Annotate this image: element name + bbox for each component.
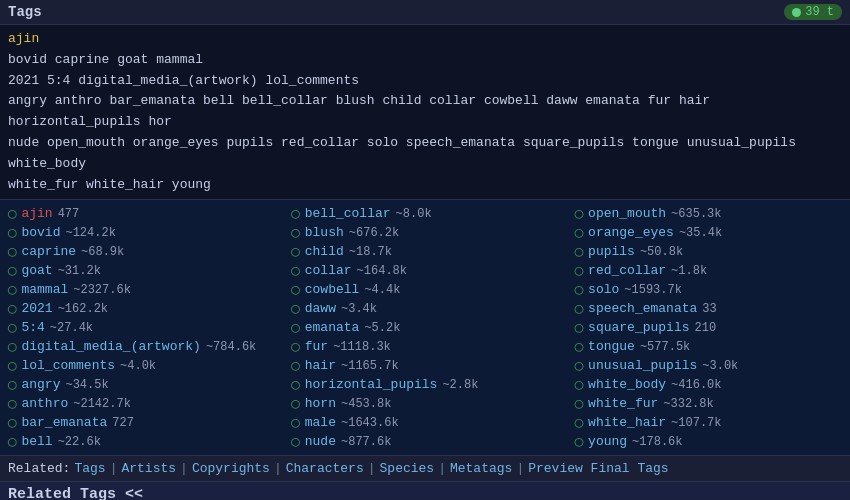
tag-count: ~3.0k [702, 359, 738, 373]
tag-item: ◯ cowbell ~4.4k [283, 280, 566, 299]
check-icon: ◯ [575, 414, 583, 431]
tag-item: ◯ blush ~676.2k [283, 223, 566, 242]
tag-count: ~18.7k [349, 245, 392, 259]
tag-name[interactable]: white_hair [588, 415, 666, 430]
tag-text-row3: 2021 5:4 digital_media_(artwork) lol_com… [8, 73, 359, 88]
tag-name[interactable]: emanata [305, 320, 360, 335]
tag-name[interactable]: fur [305, 339, 328, 354]
tag-name[interactable]: solo [588, 282, 619, 297]
related-link-characters[interactable]: Characters [286, 461, 364, 476]
tag-count: ~332.8k [663, 397, 713, 411]
tag-list-text-area: ajin bovid caprine goat mammal 2021 5:4 … [0, 25, 850, 200]
tag-name[interactable]: bell [21, 434, 52, 449]
tag-name[interactable]: daww [305, 301, 336, 316]
tag-name[interactable]: collar [305, 263, 352, 278]
tag-item: ◯ white_hair ~107.7k [567, 413, 850, 432]
tag-name[interactable]: nude [305, 434, 336, 449]
check-icon: ◯ [575, 224, 583, 241]
tag-count: ~162.2k [58, 302, 108, 316]
tag-count: ~164.8k [357, 264, 407, 278]
tag-name[interactable]: speech_emanata [588, 301, 697, 316]
tag-count: 477 [58, 207, 80, 221]
check-icon: ◯ [291, 205, 299, 222]
related-link-tags[interactable]: Tags [74, 461, 105, 476]
check-icon: ◯ [575, 433, 583, 450]
tag-count: ~1.8k [671, 264, 707, 278]
tag-name[interactable]: young [588, 434, 627, 449]
tag-name[interactable]: horizontal_pupils [305, 377, 438, 392]
tag-name[interactable]: male [305, 415, 336, 430]
tag-name[interactable]: horn [305, 396, 336, 411]
tag-item: ◯ red_collar ~1.8k [567, 261, 850, 280]
tag-item: ◯ fur ~1118.3k [283, 337, 566, 356]
check-icon: ◯ [8, 376, 16, 393]
tag-item: ◯ bovid ~124.2k [0, 223, 283, 242]
tag-count: ~635.3k [671, 207, 721, 221]
tag-count: ~416.0k [671, 378, 721, 392]
tag-count: ~2.8k [442, 378, 478, 392]
tag-item: ◯ mammal ~2327.6k [0, 280, 283, 299]
tag-name[interactable]: angry [21, 377, 60, 392]
tag-item: ◯ open_mouth ~635.3k [567, 204, 850, 223]
tag-count: ~2327.6k [73, 283, 131, 297]
tags-header-title: Tags [8, 4, 42, 20]
tag-text-row4: angry anthro bar_emanata bell bell_colla… [8, 93, 710, 129]
tag-name[interactable]: bar_emanata [21, 415, 107, 430]
related-link-artists[interactable]: Artists [121, 461, 176, 476]
check-icon: ◯ [8, 338, 16, 355]
tag-item: ◯ tongue ~577.5k [567, 337, 850, 356]
tag-item: ◯ unusual_pupils ~3.0k [567, 356, 850, 375]
tag-name[interactable]: ajin [21, 206, 52, 221]
tag-name[interactable]: white_body [588, 377, 666, 392]
tag-name[interactable]: hair [305, 358, 336, 373]
tag-name[interactable]: anthro [21, 396, 68, 411]
tag-name[interactable]: cowbell [305, 282, 360, 297]
check-icon: ◯ [8, 357, 16, 374]
tag-count: ~68.9k [81, 245, 124, 259]
check-icon: ◯ [291, 224, 299, 241]
check-icon: ◯ [291, 338, 299, 355]
related-link-species[interactable]: Species [380, 461, 435, 476]
tag-name[interactable]: 5:4 [21, 320, 44, 335]
check-icon: ◯ [575, 243, 583, 260]
tag-name[interactable]: red_collar [588, 263, 666, 278]
tag-name[interactable]: digital_media_(artwork) [21, 339, 200, 354]
check-icon: ◯ [8, 205, 16, 222]
tag-name[interactable]: lol_comments [21, 358, 115, 373]
tag-name[interactable]: pupils [588, 244, 635, 259]
check-icon: ◯ [8, 262, 16, 279]
tag-name[interactable]: open_mouth [588, 206, 666, 221]
tag-name[interactable]: caprine [21, 244, 76, 259]
tag-name[interactable]: bovid [21, 225, 60, 240]
related-link-copyrights[interactable]: Copyrights [192, 461, 270, 476]
tag-count-badge: 39 t [784, 4, 842, 20]
related-link-metatags[interactable]: Metatags [450, 461, 512, 476]
tag-text-ajin[interactable]: ajin [8, 31, 39, 46]
tag-name[interactable]: square_pupils [588, 320, 689, 335]
tag-item: ◯ young ~178.6k [567, 432, 850, 451]
tag-name[interactable]: unusual_pupils [588, 358, 697, 373]
tag-item: ◯ orange_eyes ~35.4k [567, 223, 850, 242]
tag-name[interactable]: 2021 [21, 301, 52, 316]
tag-name[interactable]: mammal [21, 282, 68, 297]
check-icon: ◯ [575, 262, 583, 279]
tag-name[interactable]: orange_eyes [588, 225, 674, 240]
tag-item: ◯ white_fur ~332.8k [567, 394, 850, 413]
tag-count: ~784.6k [206, 340, 256, 354]
tag-name[interactable]: bell_collar [305, 206, 391, 221]
check-icon: ◯ [291, 433, 299, 450]
check-icon: ◯ [8, 319, 16, 336]
tag-item: ◯ daww ~3.4k [283, 299, 566, 318]
tag-item: ◯ 5:4 ~27.4k [0, 318, 283, 337]
tag-count: ~5.2k [364, 321, 400, 335]
related-link-preview[interactable]: Preview Final Tags [528, 461, 668, 476]
tag-name[interactable]: goat [21, 263, 52, 278]
tag-name[interactable]: blush [305, 225, 344, 240]
circle-status-icon [792, 8, 801, 17]
tag-name[interactable]: tongue [588, 339, 635, 354]
check-icon: ◯ [575, 205, 583, 222]
check-icon: ◯ [8, 224, 16, 241]
tag-name[interactable]: child [305, 244, 344, 259]
tag-count: 33 [702, 302, 716, 316]
tag-name[interactable]: white_fur [588, 396, 658, 411]
